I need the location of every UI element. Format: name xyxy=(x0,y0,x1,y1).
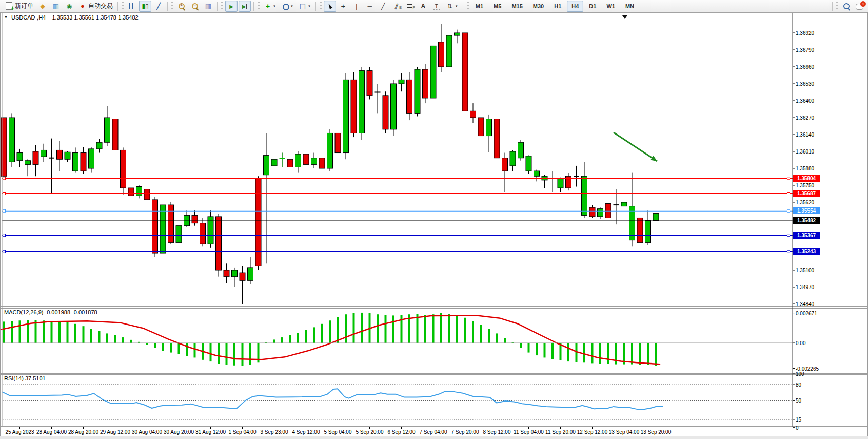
candle-body xyxy=(534,171,540,176)
date-label: 4 Sep 12:00 xyxy=(292,429,320,435)
tf-m15-button[interactable]: M15 xyxy=(507,1,527,12)
tf-d1-button[interactable]: D1 xyxy=(584,1,601,12)
line-chart-button[interactable] xyxy=(152,1,165,12)
notification-button[interactable]: 1 xyxy=(854,1,865,12)
trendline-button[interactable] xyxy=(377,1,389,12)
candle-body xyxy=(621,202,627,206)
horizontal-line-button[interactable] xyxy=(364,1,376,12)
macd-tick-label: -0.002265 xyxy=(796,366,819,372)
tf-h4-button[interactable]: H4 xyxy=(567,1,583,12)
price-tick-label: 1.36270 xyxy=(796,115,814,121)
chat-icon: 1 xyxy=(856,4,863,10)
bar-chart-button[interactable] xyxy=(126,1,138,12)
candle-body xyxy=(25,161,31,165)
candle-body xyxy=(510,151,516,166)
chevron-down-icon[interactable]: ▼ xyxy=(308,5,311,8)
candle-body xyxy=(462,33,468,111)
data-window-button[interactable] xyxy=(50,1,62,12)
tf-m1-button[interactable]: M1 xyxy=(471,1,488,12)
toolbar-separator xyxy=(463,2,463,11)
collapse-icon[interactable] xyxy=(4,14,10,21)
tf-m5-button[interactable]: M5 xyxy=(489,1,506,12)
date-label: 31 Aug 12:00 xyxy=(195,429,226,435)
price-tick-label: 1.36530 xyxy=(796,81,814,87)
text-icon xyxy=(419,2,427,10)
chevron-down-icon[interactable]: ▼ xyxy=(455,5,458,8)
hline-handle[interactable] xyxy=(787,234,790,237)
fibonacci-button[interactable] xyxy=(404,1,416,12)
candle-body xyxy=(439,42,444,67)
templates-button[interactable]: ▼ xyxy=(297,1,313,12)
candle-body xyxy=(367,71,372,96)
zoom-out-button[interactable]: − xyxy=(189,1,201,12)
price-tick-label: 1.35620 xyxy=(796,200,814,205)
hline-handle[interactable] xyxy=(787,192,790,195)
cursor-icon xyxy=(326,2,334,10)
chart-shift-button[interactable] xyxy=(239,1,251,12)
price-tick-label: 1.36010 xyxy=(796,149,814,155)
toolbar-group-right: 1 xyxy=(840,0,866,12)
toolbar-grip xyxy=(171,2,173,10)
candlestick-button[interactable] xyxy=(139,1,151,12)
candle-body xyxy=(128,188,134,196)
date-label: 30 Aug 04:00 xyxy=(132,429,162,435)
candle-body xyxy=(176,226,182,243)
chevron-down-icon[interactable]: ▼ xyxy=(290,5,293,8)
price-tick-label: 1.34970 xyxy=(796,284,814,290)
arrows-button[interactable]: ▼ xyxy=(444,1,460,12)
channel-button[interactable] xyxy=(390,1,403,12)
price-tag: 1.35554 xyxy=(793,207,820,214)
auto-trading-button[interactable]: 自动交易 xyxy=(76,1,115,12)
hline-handle[interactable] xyxy=(787,250,790,253)
candle-body xyxy=(327,133,333,168)
cursor-button[interactable] xyxy=(324,1,336,12)
symbol-period-label: USDCAD-,H4 xyxy=(11,14,46,21)
vertical-line-button[interactable] xyxy=(350,1,363,12)
label-button[interactable] xyxy=(430,1,443,12)
chart-canvas[interactable] xyxy=(0,0,868,439)
date-label: 3 Sep 23:00 xyxy=(261,429,288,435)
toolbar-group-trade: 新订单自动交易 xyxy=(2,0,115,12)
toolbar-group-drawing: ▼ xyxy=(323,0,461,12)
date-label: 5 Sep 20:00 xyxy=(356,429,384,435)
zoom-in-button[interactable]: + xyxy=(175,1,188,12)
price-tag: 1.35804 xyxy=(793,175,820,182)
candle-body xyxy=(637,218,643,242)
indicators-button[interactable]: ▼ xyxy=(262,1,278,12)
candle-body xyxy=(502,158,508,171)
chevron-down-icon[interactable]: ▼ xyxy=(273,5,276,8)
hline-handle[interactable] xyxy=(3,209,6,212)
tile-windows-button[interactable] xyxy=(202,1,214,12)
price-tick-label: 1.36400 xyxy=(796,98,814,104)
hline-handle[interactable] xyxy=(3,234,6,237)
search-button[interactable] xyxy=(840,1,853,12)
label-icon xyxy=(433,3,440,10)
auto-scroll-button[interactable] xyxy=(225,1,238,12)
tf-w1-button-label: W1 xyxy=(604,3,618,9)
toolbar-group-scroll xyxy=(225,0,251,12)
hline-handle[interactable] xyxy=(787,209,790,212)
candle-body xyxy=(494,119,500,158)
new-order-button[interactable]: 新订单 xyxy=(3,1,35,12)
market-watch-button[interactable] xyxy=(36,1,49,12)
tf-m1-button-label: M1 xyxy=(473,3,486,9)
signal-button[interactable] xyxy=(63,1,75,12)
candle-body xyxy=(240,273,245,280)
crosshair-button[interactable] xyxy=(337,1,349,12)
hline-handle[interactable] xyxy=(3,192,6,195)
hline-handle[interactable] xyxy=(3,177,6,180)
date-label: 12 Sep 12:00 xyxy=(577,429,608,435)
tf-mn-button[interactable]: MN xyxy=(621,1,639,12)
zoom-ic: − xyxy=(191,2,199,10)
hline-handle[interactable] xyxy=(787,177,790,180)
tf-h4-button-label: H4 xyxy=(569,3,581,9)
periods-button[interactable]: ▼ xyxy=(279,1,295,12)
tf-m30-button[interactable]: M30 xyxy=(528,1,548,12)
rsi-tick-label: 100 xyxy=(796,371,804,377)
tf-h1-button[interactable]: H1 xyxy=(549,1,566,12)
text-button[interactable] xyxy=(417,1,429,12)
tf-w1-button[interactable]: W1 xyxy=(602,1,620,12)
hline-handle[interactable] xyxy=(3,250,6,253)
price-tag: 1.35687 xyxy=(793,190,820,197)
indicators-icon xyxy=(264,2,272,10)
